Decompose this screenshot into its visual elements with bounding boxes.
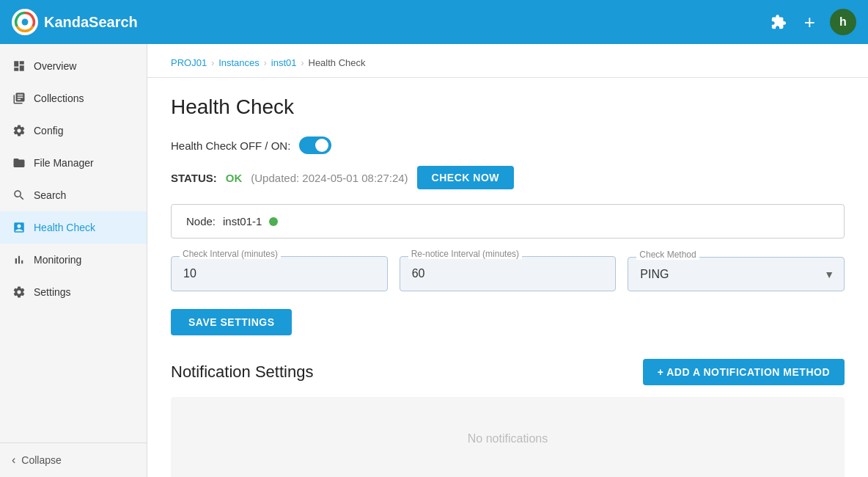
config-icon [12,123,26,138]
node-box: Node: inst01-1 [171,204,845,238]
notification-title: Notification Settings [171,363,313,382]
health-check-icon [12,220,26,235]
sidebar-item-monitoring[interactable]: Monitoring [0,244,147,276]
main-content: PROJ01 › Instances › inst01 › Health Che… [147,44,868,477]
node-status-dot [269,217,278,226]
sidebar-item-search-label: Search [34,189,66,201]
sidebar-item-config[interactable]: Config [0,114,147,147]
toggle-label: Health Check OFF / ON: [171,139,290,152]
sidebar-item-file-manager[interactable]: File Manager [0,147,147,179]
overview-icon [12,59,26,73]
status-row: STATUS: OK (Updated: 2024-05-01 08:27:24… [171,166,845,189]
sidebar-item-config-label: Config [34,125,63,136]
check-now-button[interactable]: CHECK NOW [417,166,514,189]
svg-point-1 [22,19,29,26]
renotice-interval-label: Re-notice Interval (minutes) [408,249,522,259]
search-icon [12,188,26,203]
avatar[interactable]: h [830,9,856,35]
breadcrumb-instances[interactable]: Instances [218,57,260,68]
sidebar-item-collections-label: Collections [34,92,84,104]
notification-empty-box: No notifications [171,397,845,477]
logo: KandaSearch [12,9,138,35]
sidebar-item-health-check-label: Health Check [34,222,95,233]
breadcrumb-sep-2: › [264,58,267,68]
check-interval-label: Check Interval (minutes) [180,249,281,259]
breadcrumb-sep-3: › [301,58,304,68]
collapse-arrow-icon: ‹ [12,454,15,467]
sidebar-item-file-manager-label: File Manager [34,157,94,169]
collapse-button[interactable]: ‹ Collapse [0,443,147,477]
file-manager-icon [12,156,26,170]
monitoring-icon [12,252,26,267]
breadcrumb: PROJ01 › Instances › inst01 › Health Che… [147,44,868,78]
node-value: inst01-1 [223,215,262,227]
no-notifications-text: No notifications [468,432,548,445]
sidebar: Overview Collections Config File Manager [0,44,147,477]
sidebar-item-overview[interactable]: Overview [0,50,147,82]
plugin-button[interactable] [768,11,790,33]
breadcrumb-sep-1: › [211,58,214,68]
collections-icon [12,91,26,106]
page-title: Health Check [171,95,845,119]
sidebar-item-settings[interactable]: Settings [0,276,147,308]
breadcrumb-proj01[interactable]: PROJ01 [171,57,207,68]
add-notification-button[interactable]: + ADD A NOTIFICATION METHOD [643,359,845,385]
sidebar-item-collections[interactable]: Collections [0,82,147,114]
breadcrumb-health-check: Health Check [309,57,366,68]
settings-row: Check Interval (minutes) Re-notice Inter… [171,256,845,291]
sidebar-item-monitoring-label: Monitoring [34,254,81,266]
sidebar-item-health-check[interactable]: Health Check [0,211,147,244]
check-interval-field: Check Interval (minutes) [171,256,388,291]
check-method-select[interactable]: PING HTTP TCP [628,257,845,291]
check-interval-input[interactable] [171,256,388,291]
page-content: Health Check Health Check OFF / ON: STAT… [147,78,868,477]
renotice-interval-input[interactable] [400,256,617,291]
status-value: OK [226,172,243,184]
logo-icon [12,9,38,35]
renotice-interval-field: Re-notice Interval (minutes) [400,256,617,291]
notification-header: Notification Settings + ADD A NOTIFICATI… [171,359,845,385]
sidebar-item-settings-label: Settings [34,286,71,298]
add-button[interactable]: + [801,8,818,37]
header: KandaSearch + h [0,0,868,44]
logo-text: KandaSearch [44,14,138,31]
sidebar-item-overview-label: Overview [34,60,76,72]
breadcrumb-inst01[interactable]: inst01 [271,57,297,68]
status-updated: (Updated: 2024-05-01 08:27:24) [251,172,408,184]
check-method-label: Check Method [636,250,699,260]
sidebar-nav: Overview Collections Config File Manager [0,44,147,443]
check-method-select-wrapper: PING HTTP TCP ▼ [628,257,845,291]
save-settings-button[interactable]: SAVE SETTINGS [171,309,292,335]
settings-icon [12,285,26,299]
health-check-toggle[interactable] [299,136,331,154]
toggle-row: Health Check OFF / ON: [171,136,845,154]
check-method-field: Check Method PING HTTP TCP ▼ [628,257,845,291]
status-label: STATUS: [171,172,217,184]
sidebar-item-search[interactable]: Search [0,179,147,211]
node-label: Node: [186,215,216,227]
header-actions: + h [768,8,856,37]
collapse-label: Collapse [21,454,61,466]
app-body: Overview Collections Config File Manager [0,44,868,477]
